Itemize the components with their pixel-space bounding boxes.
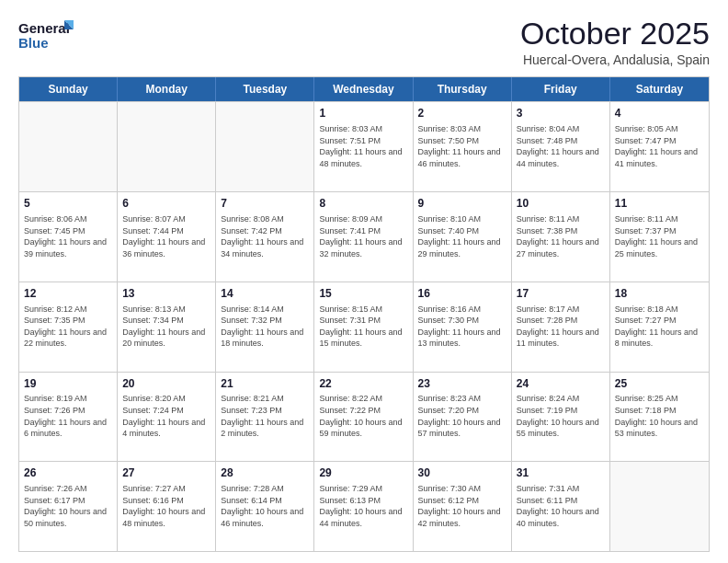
cell-info: Sunrise: 8:05 AM Sunset: 7:47 PM Dayligh… bbox=[615, 123, 704, 169]
day-number: 1 bbox=[319, 106, 407, 121]
calendar-row-2: 12Sunrise: 8:12 AM Sunset: 7:35 PM Dayli… bbox=[19, 282, 709, 372]
svg-text:General: General bbox=[18, 20, 70, 36]
day-number: 5 bbox=[24, 196, 112, 212]
day-number: 31 bbox=[517, 465, 605, 481]
day-number: 25 bbox=[615, 376, 704, 392]
cell-info: Sunrise: 7:26 AM Sunset: 6:17 PM Dayligh… bbox=[24, 483, 112, 529]
calendar-cell-3-2: 21Sunrise: 8:21 AM Sunset: 7:23 PM Dayli… bbox=[216, 373, 314, 462]
day-number: 20 bbox=[122, 376, 210, 392]
day-number: 21 bbox=[221, 376, 309, 392]
title-block: October 2025 Huercal-Overa, Andalusia, S… bbox=[520, 17, 710, 67]
cell-info: Sunrise: 8:19 AM Sunset: 7:26 PM Dayligh… bbox=[24, 393, 112, 439]
cell-info: Sunrise: 8:15 AM Sunset: 7:31 PM Dayligh… bbox=[319, 304, 407, 350]
calendar-cell-0-2 bbox=[216, 102, 314, 191]
calendar-cell-1-1: 6Sunrise: 8:07 AM Sunset: 7:44 PM Daylig… bbox=[118, 192, 216, 282]
calendar-cell-3-3: 22Sunrise: 8:22 AM Sunset: 7:22 PM Dayli… bbox=[314, 373, 413, 462]
calendar-cell-2-2: 14Sunrise: 8:14 AM Sunset: 7:32 PM Dayli… bbox=[216, 282, 314, 372]
cell-info: Sunrise: 8:11 AM Sunset: 7:37 PM Dayligh… bbox=[615, 213, 704, 259]
day-number: 8 bbox=[319, 196, 407, 212]
svg-text:Blue: Blue bbox=[18, 35, 49, 51]
calendar-cell-0-3: 1Sunrise: 8:03 AM Sunset: 7:51 PM Daylig… bbox=[314, 102, 413, 191]
calendar-cell-0-5: 3Sunrise: 8:04 AM Sunset: 7:48 PM Daylig… bbox=[512, 102, 610, 191]
day-number: 15 bbox=[319, 286, 407, 302]
cell-info: Sunrise: 8:07 AM Sunset: 7:44 PM Dayligh… bbox=[122, 213, 210, 259]
header-monday: Monday bbox=[118, 77, 216, 101]
day-number: 22 bbox=[319, 376, 407, 392]
day-number: 17 bbox=[517, 286, 605, 302]
calendar-cell-2-1: 13Sunrise: 8:13 AM Sunset: 7:34 PM Dayli… bbox=[118, 282, 216, 372]
cell-info: Sunrise: 7:30 AM Sunset: 6:12 PM Dayligh… bbox=[418, 483, 506, 529]
calendar-cell-3-0: 19Sunrise: 8:19 AM Sunset: 7:26 PM Dayli… bbox=[19, 373, 118, 462]
day-number: 26 bbox=[24, 465, 112, 481]
day-number: 11 bbox=[615, 196, 704, 212]
calendar-cell-2-3: 15Sunrise: 8:15 AM Sunset: 7:31 PM Dayli… bbox=[314, 282, 413, 372]
calendar-cell-0-1 bbox=[118, 102, 216, 191]
calendar-header: Sunday Monday Tuesday Wednesday Thursday… bbox=[19, 77, 709, 101]
cell-info: Sunrise: 8:20 AM Sunset: 7:24 PM Dayligh… bbox=[122, 393, 210, 439]
calendar-cell-3-5: 24Sunrise: 8:24 AM Sunset: 7:19 PM Dayli… bbox=[512, 373, 610, 462]
calendar-cell-2-5: 17Sunrise: 8:17 AM Sunset: 7:28 PM Dayli… bbox=[512, 282, 610, 372]
calendar-cell-4-2: 28Sunrise: 7:28 AM Sunset: 6:14 PM Dayli… bbox=[216, 462, 314, 551]
cell-info: Sunrise: 8:22 AM Sunset: 7:22 PM Dayligh… bbox=[319, 393, 407, 439]
day-number: 28 bbox=[221, 465, 309, 481]
calendar-row-3: 19Sunrise: 8:19 AM Sunset: 7:26 PM Dayli… bbox=[19, 372, 709, 462]
day-number: 23 bbox=[418, 376, 506, 392]
cell-info: Sunrise: 8:16 AM Sunset: 7:30 PM Dayligh… bbox=[418, 304, 506, 350]
cell-info: Sunrise: 8:14 AM Sunset: 7:32 PM Dayligh… bbox=[221, 304, 309, 350]
calendar-cell-4-1: 27Sunrise: 7:27 AM Sunset: 6:16 PM Dayli… bbox=[118, 462, 216, 551]
calendar-body: 1Sunrise: 8:03 AM Sunset: 7:51 PM Daylig… bbox=[19, 101, 709, 551]
cell-info: Sunrise: 7:27 AM Sunset: 6:16 PM Dayligh… bbox=[122, 483, 210, 529]
cell-info: Sunrise: 7:29 AM Sunset: 6:13 PM Dayligh… bbox=[319, 483, 407, 529]
day-number: 24 bbox=[517, 376, 605, 392]
header-sunday: Sunday bbox=[19, 77, 118, 101]
logo: General Blue bbox=[18, 17, 74, 55]
cell-info: Sunrise: 8:12 AM Sunset: 7:35 PM Dayligh… bbox=[24, 304, 112, 350]
calendar-cell-1-3: 8Sunrise: 8:09 AM Sunset: 7:41 PM Daylig… bbox=[314, 192, 413, 282]
cell-info: Sunrise: 7:31 AM Sunset: 6:11 PM Dayligh… bbox=[517, 483, 605, 529]
calendar-cell-3-1: 20Sunrise: 8:20 AM Sunset: 7:24 PM Dayli… bbox=[118, 373, 216, 462]
cell-info: Sunrise: 7:28 AM Sunset: 6:14 PM Dayligh… bbox=[221, 483, 309, 529]
calendar-cell-2-0: 12Sunrise: 8:12 AM Sunset: 7:35 PM Dayli… bbox=[19, 282, 118, 372]
cell-info: Sunrise: 8:17 AM Sunset: 7:28 PM Dayligh… bbox=[517, 304, 605, 350]
day-number: 30 bbox=[418, 465, 506, 481]
header-thursday: Thursday bbox=[414, 77, 512, 101]
day-number: 13 bbox=[122, 286, 210, 302]
cell-info: Sunrise: 8:06 AM Sunset: 7:45 PM Dayligh… bbox=[24, 213, 112, 259]
day-number: 2 bbox=[418, 106, 506, 121]
day-number: 7 bbox=[221, 196, 309, 212]
cell-info: Sunrise: 8:09 AM Sunset: 7:41 PM Dayligh… bbox=[319, 213, 407, 259]
calendar-cell-1-0: 5Sunrise: 8:06 AM Sunset: 7:45 PM Daylig… bbox=[19, 192, 118, 282]
cell-info: Sunrise: 8:11 AM Sunset: 7:38 PM Dayligh… bbox=[517, 213, 605, 259]
calendar-title: October 2025 bbox=[520, 17, 710, 51]
calendar-cell-1-2: 7Sunrise: 8:08 AM Sunset: 7:42 PM Daylig… bbox=[216, 192, 314, 282]
calendar: Sunday Monday Tuesday Wednesday Thursday… bbox=[18, 76, 710, 552]
calendar-cell-0-6: 4Sunrise: 8:05 AM Sunset: 7:47 PM Daylig… bbox=[610, 102, 709, 191]
day-number: 6 bbox=[122, 196, 210, 212]
calendar-cell-3-4: 23Sunrise: 8:23 AM Sunset: 7:20 PM Dayli… bbox=[414, 373, 512, 462]
calendar-row-0: 1Sunrise: 8:03 AM Sunset: 7:51 PM Daylig… bbox=[19, 101, 709, 191]
day-number: 4 bbox=[615, 106, 704, 121]
calendar-subtitle: Huercal-Overa, Andalusia, Spain bbox=[520, 52, 710, 67]
calendar-cell-4-6 bbox=[610, 462, 709, 551]
calendar-cell-4-0: 26Sunrise: 7:26 AM Sunset: 6:17 PM Dayli… bbox=[19, 462, 118, 551]
day-number: 29 bbox=[319, 465, 407, 481]
cell-info: Sunrise: 8:24 AM Sunset: 7:19 PM Dayligh… bbox=[517, 393, 605, 439]
calendar-cell-0-4: 2Sunrise: 8:03 AM Sunset: 7:50 PM Daylig… bbox=[414, 102, 512, 191]
cell-info: Sunrise: 8:18 AM Sunset: 7:27 PM Dayligh… bbox=[615, 304, 704, 350]
cell-info: Sunrise: 8:08 AM Sunset: 7:42 PM Dayligh… bbox=[221, 213, 309, 259]
day-number: 19 bbox=[24, 376, 112, 392]
header-wednesday: Wednesday bbox=[314, 77, 413, 101]
calendar-cell-4-3: 29Sunrise: 7:29 AM Sunset: 6:13 PM Dayli… bbox=[314, 462, 413, 551]
cell-info: Sunrise: 8:25 AM Sunset: 7:18 PM Dayligh… bbox=[615, 393, 704, 439]
cell-info: Sunrise: 8:03 AM Sunset: 7:51 PM Dayligh… bbox=[319, 123, 407, 169]
day-number: 27 bbox=[122, 465, 210, 481]
cell-info: Sunrise: 8:23 AM Sunset: 7:20 PM Dayligh… bbox=[418, 393, 506, 439]
day-number: 10 bbox=[517, 196, 605, 212]
cell-info: Sunrise: 8:03 AM Sunset: 7:50 PM Dayligh… bbox=[418, 123, 506, 169]
calendar-cell-1-5: 10Sunrise: 8:11 AM Sunset: 7:38 PM Dayli… bbox=[512, 192, 610, 282]
header-saturday: Saturday bbox=[610, 77, 709, 101]
cell-info: Sunrise: 8:04 AM Sunset: 7:48 PM Dayligh… bbox=[517, 123, 605, 169]
day-number: 18 bbox=[615, 286, 704, 302]
day-number: 12 bbox=[24, 286, 112, 302]
cell-info: Sunrise: 8:13 AM Sunset: 7:34 PM Dayligh… bbox=[122, 304, 210, 350]
